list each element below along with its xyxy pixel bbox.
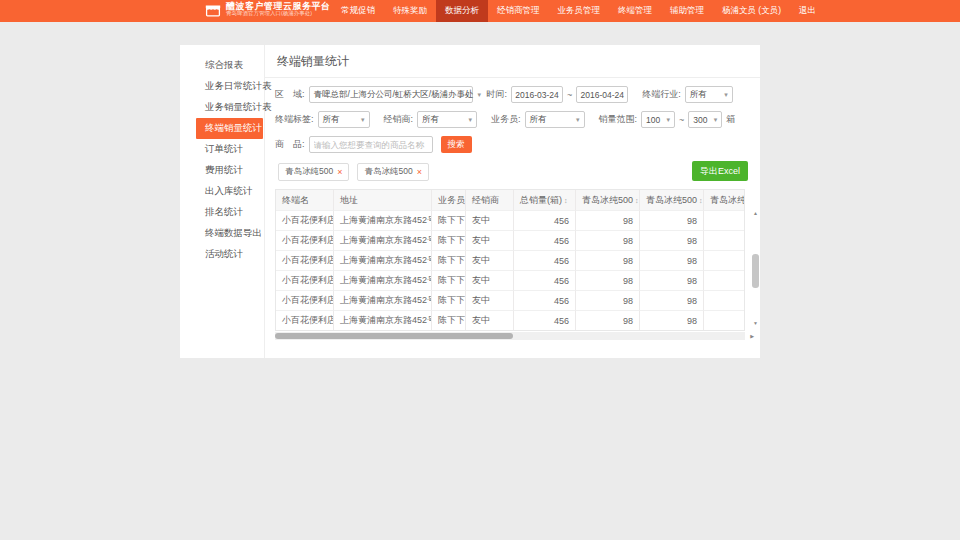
main-window: 综合报表 业务日常统计表 业务销量统计表 终端销量统计 订单统计 费用统计 出入…	[180, 45, 760, 358]
product-search-input[interactable]	[314, 140, 428, 150]
table-row[interactable]: 小百花便利店 上海黄浦南京东路452号 陈下下 友中 456 98 98 98	[276, 310, 745, 330]
col-header-product-2[interactable]: 青岛冰纯500 ↕	[640, 190, 704, 210]
sidebar-item-comprehensive-report[interactable]: 综合报表	[180, 55, 264, 76]
dealer-label: 经销商:	[384, 113, 414, 126]
chevron-down-icon: ▾	[469, 116, 473, 124]
scroll-down-icon[interactable]: ▼	[753, 320, 758, 326]
industry-value: 所有	[690, 89, 707, 101]
nav-item-special-reward[interactable]: 特殊奖励	[384, 0, 436, 22]
industry-label: 终端行业:	[642, 88, 681, 101]
top-navigation: 常规促销 特殊奖励 数据分析 经销商管理 业务员管理 终端管理 辅助管理 杨浦文…	[332, 0, 825, 22]
table-row[interactable]: 小百花便利店 上海黄浦南京东路452号 陈下下 友中 456 98 98 98	[276, 230, 745, 250]
product-input-wrap	[309, 136, 433, 153]
region-value: 青啤总部/上海分公司/虹桥大区/杨浦办事处	[314, 89, 474, 101]
report-sidebar: 综合报表 业务日常统计表 业务销量统计表 终端销量统计 订单统计 费用统计 出入…	[180, 45, 265, 358]
nav-item-terminal-mgmt[interactable]: 终端管理	[609, 0, 661, 22]
export-excel-button[interactable]: 导出Excel	[692, 161, 748, 181]
vertical-scroll-thumb[interactable]	[752, 254, 759, 288]
product-label: 商 品:	[275, 138, 305, 151]
nav-item-dealer-mgmt[interactable]: 经销商管理	[488, 0, 549, 22]
product-tag-label: 青岛冰纯500	[364, 166, 412, 178]
close-icon[interactable]: ×	[337, 167, 342, 177]
filter-panel: 区 域: 青啤总部/上海分公司/虹桥大区/杨浦办事处 ▾ 时间: 2016-03…	[265, 78, 760, 183]
sidebar-item-order-stats[interactable]: 订单统计	[180, 139, 264, 160]
terminal-tag-label: 终端标签:	[275, 113, 314, 126]
date-to-input[interactable]: 2016-04-24	[576, 86, 628, 103]
sales-range-separator: ~	[679, 115, 684, 125]
sales-range-from-value: 100	[646, 115, 660, 125]
chevron-down-icon: ▾	[724, 91, 728, 99]
nav-item-salesman-mgmt[interactable]: 业务员管理	[549, 0, 610, 22]
product-tag: 青岛冰纯500 ×	[357, 163, 428, 181]
sidebar-item-activity-stats[interactable]: 活动统计	[180, 244, 264, 265]
dealer-select[interactable]: 所有 ▾	[417, 111, 477, 128]
sidebar-item-expense-stats[interactable]: 费用统计	[180, 160, 264, 181]
sales-range-to-select[interactable]: 300 ▾	[688, 111, 722, 128]
sidebar-item-inout-stock-stats[interactable]: 出入库统计	[180, 181, 264, 202]
chevron-down-icon: ▾	[714, 116, 718, 124]
store-awning-icon	[205, 2, 221, 17]
col-header-product-3[interactable]: 青岛冰纯500 ↕	[704, 190, 745, 210]
sales-range-from-select[interactable]: 100 ▾	[641, 111, 675, 128]
nav-item-regular-promo[interactable]: 常规促销	[332, 0, 384, 22]
logout-link[interactable]: 退出	[790, 0, 825, 22]
product-tag-label: 青岛冰纯500	[285, 166, 333, 178]
horizontal-scrollbar[interactable]: ▶	[275, 332, 745, 340]
table-header-row: 终端名 地址 业务员 经销商 总销量(箱) ↕ 青岛冰纯500 ↕	[276, 190, 745, 210]
col-header-product-1[interactable]: 青岛冰纯500 ↕	[576, 190, 640, 210]
selected-product-tags: 青岛冰纯500 × 青岛冰纯500 × 导出Excel	[275, 161, 750, 183]
table-row[interactable]: 小百花便利店 上海黄浦南京东路452号 陈下下 友中 456 98 98 98	[276, 250, 745, 270]
product-tag: 青岛冰纯500 ×	[278, 163, 349, 181]
sort-icon[interactable]: ↕	[699, 197, 703, 204]
filter-row-3: 商 品: 搜索	[275, 136, 750, 153]
col-header-address: 地址	[334, 190, 432, 210]
table-row[interactable]: 小百花便利店 上海黄浦南京东路452号 陈下下 友中 456 98 98 98	[276, 270, 745, 290]
close-icon[interactable]: ×	[417, 167, 422, 177]
sales-range-label: 销量范围:	[599, 113, 638, 126]
region-select[interactable]: 青啤总部/上海分公司/虹桥大区/杨浦办事处 ▾	[309, 86, 473, 103]
chevron-down-icon: ▾	[361, 116, 365, 124]
table-row[interactable]: 小百花便利店 上海黄浦南京东路452号 陈下下 友中 456 98 98 98	[276, 290, 745, 310]
results-table: 终端名 地址 业务员 经销商 总销量(箱) ↕ 青岛冰纯500 ↕	[276, 190, 745, 330]
filter-row-1: 区 域: 青啤总部/上海分公司/虹桥大区/杨浦办事处 ▾ 时间: 2016-03…	[275, 86, 750, 103]
industry-select[interactable]: 所有 ▾	[685, 86, 733, 103]
col-header-total-sales[interactable]: 总销量(箱) ↕	[514, 190, 576, 210]
sidebar-item-ranking-stats[interactable]: 排名统计	[180, 202, 264, 223]
user-account-label[interactable]: 杨浦文员 (文员)	[713, 0, 790, 22]
col-header-salesman: 业务员	[432, 190, 466, 210]
app-subtitle: 青岛啤酒官方管理入口(杨浦办事处)	[226, 11, 331, 17]
top-header-bar: 醴波客户管理云服务平台 青岛啤酒官方管理入口(杨浦办事处) 常规促销 特殊奖励 …	[0, 0, 960, 22]
dealer-value: 所有	[422, 114, 439, 126]
sort-icon[interactable]: ↕	[564, 197, 568, 204]
col-header-dealer: 经销商	[466, 190, 514, 210]
table-row[interactable]: 小百花便利店 上海黄浦南京东路452号 陈下下 友中 456 98 98 98	[276, 210, 745, 230]
terminal-tag-select[interactable]: 所有 ▾	[318, 111, 370, 128]
sidebar-item-terminal-data-export[interactable]: 终端数据导出	[180, 223, 264, 244]
sidebar-item-terminal-sales-stats[interactable]: 终端销量统计	[196, 118, 263, 139]
horizontal-scroll-thumb[interactable]	[275, 333, 513, 339]
sales-range-to-value: 300	[693, 115, 707, 125]
time-label: 时间:	[487, 88, 508, 101]
sort-icon[interactable]: ↕	[635, 197, 639, 204]
app-logo: 醴波客户管理云服务平台 青岛啤酒官方管理入口(杨浦办事处)	[205, 2, 331, 17]
region-label: 区 域:	[275, 88, 305, 101]
page-title: 终端销量统计	[265, 45, 760, 78]
nav-item-data-analysis[interactable]: 数据分析	[436, 0, 488, 22]
scroll-right-icon[interactable]: ▶	[750, 332, 754, 340]
chevron-down-icon: ▾	[478, 91, 482, 99]
content-panel: 终端销量统计 区 域: 青啤总部/上海分公司/虹桥大区/杨浦办事处 ▾ 时间: …	[265, 45, 760, 358]
results-table-zone: 终端名 地址 业务员 经销商 总销量(箱) ↕ 青岛冰纯500 ↕	[275, 189, 750, 331]
date-separator: ~	[567, 90, 572, 100]
terminal-tag-value: 所有	[323, 114, 340, 126]
sidebar-item-daily-stats[interactable]: 业务日常统计表	[180, 76, 264, 97]
vertical-scrollbar[interactable]: ▲ ▼	[752, 210, 759, 326]
vertical-scroll-track[interactable]	[752, 216, 759, 320]
search-button[interactable]: 搜索	[441, 136, 472, 153]
salesman-label: 业务员:	[491, 113, 521, 126]
chevron-down-icon: ▾	[576, 116, 580, 124]
sidebar-item-sales-stats-table[interactable]: 业务销量统计表	[180, 97, 264, 118]
salesman-select[interactable]: 所有 ▾	[525, 111, 585, 128]
date-from-input[interactable]: 2016-03-24	[511, 86, 563, 103]
salesman-value: 所有	[530, 114, 547, 126]
nav-item-assist-mgmt[interactable]: 辅助管理	[661, 0, 713, 22]
